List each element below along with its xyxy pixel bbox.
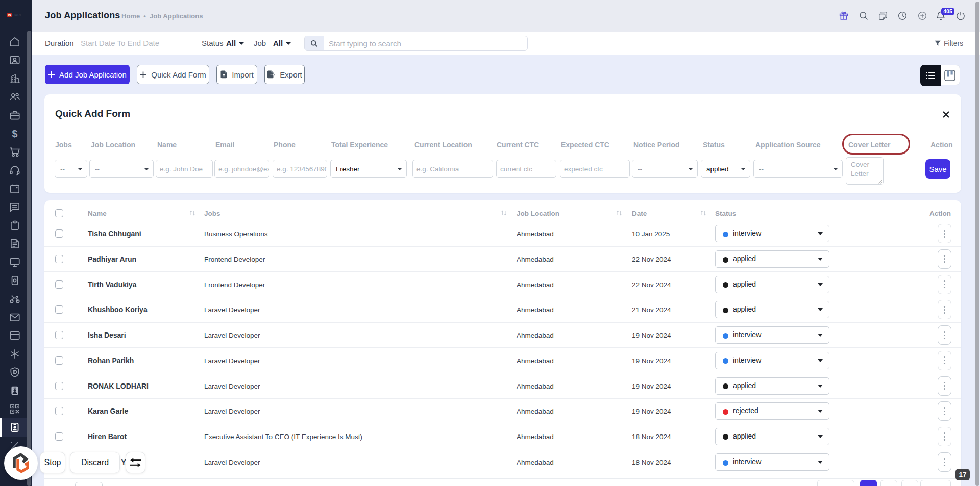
svg-text:$: $ bbox=[12, 128, 18, 139]
